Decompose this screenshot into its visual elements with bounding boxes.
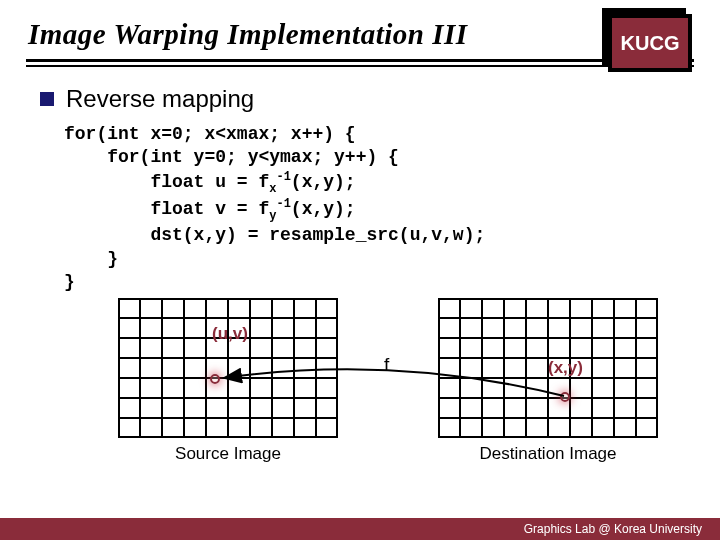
code-line: float u = f (64, 172, 269, 192)
code-line: (x,y); (291, 199, 356, 219)
code-sup: -1 (276, 170, 290, 184)
figure-area: (u,v) (x,y) f Source Image Destination I… (40, 288, 680, 518)
code-line: for(int x=0; x<xmax; x++) { (64, 124, 356, 144)
source-caption: Source Image (118, 444, 338, 464)
code-line: for(int y=0; y<ymax; y++) { (64, 147, 399, 167)
square-bullet-icon (40, 92, 54, 106)
code-sup: -1 (276, 197, 290, 211)
slide-header: Image Warping Implementation III KUCG (0, 0, 720, 59)
code-line: float v = f (64, 199, 269, 219)
title-rule (26, 59, 694, 62)
uv-label: (u,v) (212, 324, 248, 344)
dest-caption: Destination Image (438, 444, 658, 464)
section-heading: Reverse mapping (66, 85, 254, 113)
code-line: dst(x,y) = resample_src(u,v,w); (64, 225, 485, 245)
code-line: (x,y); (291, 172, 356, 192)
mapping-arrow-icon (218, 366, 568, 406)
slide-content: Reverse mapping for(int x=0; x<xmax; x++… (0, 67, 720, 518)
slide-title: Image Warping Implementation III (28, 18, 692, 51)
footer-text: Graphics Lab @ Korea University (524, 522, 702, 536)
bullet-row: Reverse mapping (40, 85, 680, 113)
code-block: for(int x=0; x<xmax; x++) { for(int y=0;… (64, 123, 680, 294)
lab-badge: KUCG (608, 14, 692, 72)
code-line: } (64, 249, 118, 269)
footer-bar: Graphics Lab @ Korea University (0, 518, 720, 540)
